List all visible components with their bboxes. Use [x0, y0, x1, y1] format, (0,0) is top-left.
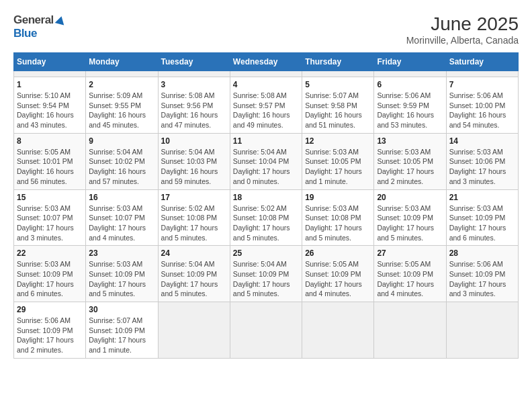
day-number: 20: [377, 193, 443, 202]
calendar-day-cell: 6Sunrise: 5:06 AM Sunset: 9:59 PM Daylig…: [374, 77, 446, 134]
day-number: 21: [449, 193, 515, 202]
day-number: 13: [377, 136, 443, 146]
day-number: 5: [305, 80, 371, 89]
day-number: 26: [305, 248, 371, 258]
calendar-body: 1Sunrise: 5:10 AM Sunset: 9:54 PM Daylig…: [14, 71, 519, 359]
day-info: Sunrise: 5:02 AM Sunset: 10:08 PM Daylig…: [233, 203, 299, 243]
title-block: June 2025 Morinville, Alberta, Canada: [406, 13, 519, 46]
calendar-day-cell: 26Sunrise: 5:05 AM Sunset: 10:09 PM Dayl…: [302, 246, 374, 302]
calendar-day-cell: 25Sunrise: 5:04 AM Sunset: 10:09 PM Dayl…: [230, 246, 302, 302]
calendar-day-cell: 9Sunrise: 5:04 AM Sunset: 10:02 PM Dayli…: [86, 133, 158, 189]
day-info: Sunrise: 5:03 AM Sunset: 10:09 PM Daylig…: [89, 259, 154, 299]
calendar-day-cell: 28Sunrise: 5:06 AM Sunset: 10:09 PM Dayl…: [446, 246, 518, 302]
calendar-day-cell: 13Sunrise: 5:03 AM Sunset: 10:05 PM Dayl…: [374, 133, 446, 189]
calendar-header-cell: Tuesday: [158, 53, 230, 71]
calendar-header-cell: Saturday: [446, 53, 518, 71]
day-info: Sunrise: 5:03 AM Sunset: 10:05 PM Daylig…: [305, 147, 371, 187]
calendar-day-cell: 18Sunrise: 5:02 AM Sunset: 10:08 PM Dayl…: [230, 189, 302, 246]
day-info: Sunrise: 5:06 AM Sunset: 10:09 PM Daylig…: [17, 316, 83, 355]
day-info: Sunrise: 5:04 AM Sunset: 10:04 PM Daylig…: [233, 147, 299, 187]
calendar-day-cell: [230, 71, 302, 77]
logo: General Blue: [13, 13, 65, 40]
day-info: Sunrise: 5:09 AM Sunset: 9:55 PM Dayligh…: [89, 91, 154, 130]
day-number: 10: [161, 136, 227, 146]
day-info: Sunrise: 5:03 AM Sunset: 10:08 PM Daylig…: [305, 203, 371, 243]
calendar-day-cell: [14, 71, 86, 77]
page-header: General Blue June 2025 Morinville, Alber…: [13, 13, 519, 46]
calendar-day-cell: 11Sunrise: 5:04 AM Sunset: 10:04 PM Dayl…: [230, 133, 302, 189]
calendar-day-cell: 3Sunrise: 5:08 AM Sunset: 9:56 PM Daylig…: [158, 77, 230, 134]
calendar-day-cell: [302, 71, 374, 77]
logo-blue: Blue: [13, 27, 37, 40]
calendar-day-cell: 15Sunrise: 5:03 AM Sunset: 10:07 PM Dayl…: [14, 189, 86, 246]
calendar-day-cell: [302, 302, 374, 359]
day-info: Sunrise: 5:05 AM Sunset: 10:09 PM Daylig…: [377, 259, 443, 299]
day-info: Sunrise: 5:03 AM Sunset: 10:07 PM Daylig…: [17, 203, 83, 243]
day-info: Sunrise: 5:03 AM Sunset: 10:09 PM Daylig…: [17, 259, 83, 299]
day-info: Sunrise: 5:03 AM Sunset: 10:09 PM Daylig…: [377, 203, 443, 243]
calendar-week-row: 8Sunrise: 5:05 AM Sunset: 10:01 PM Dayli…: [14, 133, 519, 189]
calendar-day-cell: 19Sunrise: 5:03 AM Sunset: 10:08 PM Dayl…: [302, 189, 374, 246]
day-info: Sunrise: 5:03 AM Sunset: 10:07 PM Daylig…: [89, 203, 154, 243]
day-number: 3: [161, 80, 227, 89]
calendar-day-cell: 22Sunrise: 5:03 AM Sunset: 10:09 PM Dayl…: [14, 246, 86, 302]
calendar-day-cell: [158, 302, 230, 359]
calendar-header-cell: Thursday: [302, 53, 374, 71]
calendar-day-cell: [446, 302, 518, 359]
calendar-week-row: 29Sunrise: 5:06 AM Sunset: 10:09 PM Dayl…: [14, 302, 519, 359]
day-info: Sunrise: 5:04 AM Sunset: 10:03 PM Daylig…: [161, 147, 227, 187]
day-info: Sunrise: 5:08 AM Sunset: 9:56 PM Dayligh…: [161, 91, 227, 130]
day-number: 30: [89, 305, 154, 314]
day-info: Sunrise: 5:05 AM Sunset: 10:09 PM Daylig…: [305, 259, 371, 299]
day-number: 17: [161, 193, 227, 202]
day-number: 28: [449, 248, 515, 258]
day-number: 27: [377, 248, 443, 258]
calendar-header-cell: Monday: [86, 53, 158, 71]
calendar-day-cell: [374, 71, 446, 77]
calendar-day-cell: [230, 302, 302, 359]
calendar-day-cell: 14Sunrise: 5:03 AM Sunset: 10:06 PM Dayl…: [446, 133, 518, 189]
calendar-day-cell: 20Sunrise: 5:03 AM Sunset: 10:09 PM Dayl…: [374, 189, 446, 246]
day-info: Sunrise: 5:07 AM Sunset: 9:58 PM Dayligh…: [305, 91, 371, 130]
day-number: 2: [89, 80, 154, 89]
day-info: Sunrise: 5:02 AM Sunset: 10:08 PM Daylig…: [161, 203, 227, 243]
day-number: 23: [89, 248, 154, 258]
day-info: Sunrise: 5:04 AM Sunset: 10:02 PM Daylig…: [89, 147, 154, 187]
calendar-header-cell: Sunday: [14, 53, 86, 71]
calendar-week-row: [14, 71, 519, 77]
calendar-week-row: 22Sunrise: 5:03 AM Sunset: 10:09 PM Dayl…: [14, 246, 519, 302]
day-number: 15: [17, 193, 83, 202]
calendar-day-cell: [86, 71, 158, 77]
day-info: Sunrise: 5:10 AM Sunset: 9:54 PM Dayligh…: [17, 91, 83, 130]
calendar-day-cell: 16Sunrise: 5:03 AM Sunset: 10:07 PM Dayl…: [86, 189, 158, 246]
day-number: 24: [161, 248, 227, 258]
day-number: 19: [305, 193, 371, 202]
calendar-header-row: SundayMondayTuesdayWednesdayThursdayFrid…: [14, 53, 519, 71]
day-number: 1: [17, 80, 83, 89]
day-number: 18: [233, 193, 299, 202]
calendar-week-row: 1Sunrise: 5:10 AM Sunset: 9:54 PM Daylig…: [14, 77, 519, 134]
calendar-day-cell: 21Sunrise: 5:03 AM Sunset: 10:09 PM Dayl…: [446, 189, 518, 246]
day-info: Sunrise: 5:03 AM Sunset: 10:06 PM Daylig…: [449, 147, 515, 187]
day-number: 11: [233, 136, 299, 146]
calendar-day-cell: 24Sunrise: 5:04 AM Sunset: 10:09 PM Dayl…: [158, 246, 230, 302]
logo-general: General: [13, 13, 54, 27]
calendar-day-cell: 4Sunrise: 5:08 AM Sunset: 9:57 PM Daylig…: [230, 77, 302, 134]
calendar-day-cell: 30Sunrise: 5:07 AM Sunset: 10:09 PM Dayl…: [86, 302, 158, 359]
calendar-day-cell: 7Sunrise: 5:06 AM Sunset: 10:00 PM Dayli…: [446, 77, 518, 134]
day-number: 29: [17, 305, 83, 314]
calendar-day-cell: [446, 71, 518, 77]
calendar-day-cell: 29Sunrise: 5:06 AM Sunset: 10:09 PM Dayl…: [14, 302, 86, 359]
day-info: Sunrise: 5:06 AM Sunset: 9:59 PM Dayligh…: [377, 91, 443, 130]
calendar-day-cell: 23Sunrise: 5:03 AM Sunset: 10:09 PM Dayl…: [86, 246, 158, 302]
day-info: Sunrise: 5:05 AM Sunset: 10:01 PM Daylig…: [17, 147, 83, 187]
calendar-table: SundayMondayTuesdayWednesdayThursdayFrid…: [13, 52, 519, 359]
calendar-week-row: 15Sunrise: 5:03 AM Sunset: 10:07 PM Dayl…: [14, 189, 519, 246]
calendar-day-cell: 8Sunrise: 5:05 AM Sunset: 10:01 PM Dayli…: [14, 133, 86, 189]
calendar-day-cell: 17Sunrise: 5:02 AM Sunset: 10:08 PM Dayl…: [158, 189, 230, 246]
calendar-day-cell: 27Sunrise: 5:05 AM Sunset: 10:09 PM Dayl…: [374, 246, 446, 302]
calendar-day-cell: 2Sunrise: 5:09 AM Sunset: 9:55 PM Daylig…: [86, 77, 158, 134]
calendar-day-cell: [374, 302, 446, 359]
calendar-day-cell: 12Sunrise: 5:03 AM Sunset: 10:05 PM Dayl…: [302, 133, 374, 189]
day-number: 12: [305, 136, 371, 146]
